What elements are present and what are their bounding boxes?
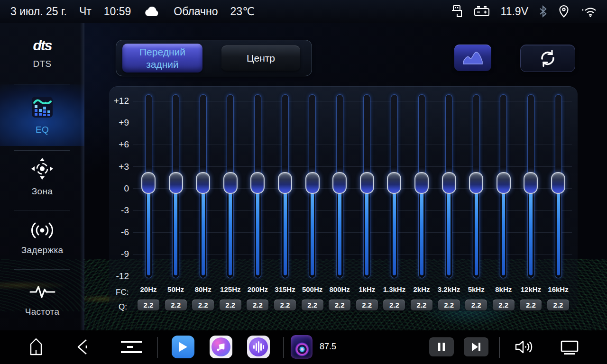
- eq-band-q-button[interactable]: 2.2: [356, 300, 378, 310]
- eq-band-q-button[interactable]: 2.2: [465, 300, 487, 310]
- status-weather: Облачно: [174, 5, 218, 18]
- main-content: Передний задний Центр: [84, 23, 607, 330]
- eq-slider-knob[interactable]: [551, 172, 565, 194]
- eq-band-slider[interactable]: [551, 86, 565, 282]
- bottom-bar-divider: [499, 337, 500, 358]
- dts-logo-icon: dts: [33, 37, 52, 54]
- eq-slider-knob[interactable]: [497, 172, 511, 194]
- eq-slider-fill: [420, 193, 423, 275]
- eq-band-q-button[interactable]: 2.2: [411, 300, 432, 310]
- sidebar-item-delay[interactable]: Задержка: [0, 207, 84, 269]
- sidebar-item-label: Задержка: [21, 245, 64, 255]
- eq-band-slider[interactable]: [141, 86, 156, 282]
- reset-button[interactable]: [520, 45, 575, 72]
- eq-slider-fill: [147, 193, 150, 275]
- eq-slider-knob[interactable]: [141, 172, 156, 194]
- eq-band-slider[interactable]: [414, 86, 429, 282]
- eq-band-frequency: 5kHz: [460, 285, 492, 293]
- bluetooth-icon: [539, 5, 547, 18]
- home-button[interactable]: [28, 337, 45, 357]
- radio-frequency-label: 87.5: [320, 342, 336, 352]
- eq-slider-knob[interactable]: [414, 172, 429, 194]
- eq-band-slider[interactable]: [387, 86, 401, 282]
- delay-signal-icon: [28, 221, 56, 240]
- eq-slider-fill: [202, 193, 205, 275]
- eq-band-slider[interactable]: [196, 86, 210, 282]
- eq-band-q-button[interactable]: 2.2: [138, 300, 159, 310]
- eq-scale-label: -3: [109, 205, 129, 216]
- eq-slider-knob[interactable]: [469, 172, 483, 194]
- eq-band-slider[interactable]: [442, 86, 456, 282]
- head-unit-screen: 3 июл. 25 г. Чт 10:59 Облачно 23℃: [0, 0, 607, 364]
- eq-band-slider[interactable]: [524, 86, 538, 282]
- eq-band-q-button[interactable]: 2.2: [493, 300, 515, 310]
- reset-icon: [538, 48, 558, 68]
- eq-slider-knob[interactable]: [250, 172, 265, 194]
- menu-button[interactable]: [120, 340, 143, 354]
- eq-band-slider[interactable]: [278, 86, 292, 282]
- eq-slider-knob[interactable]: [442, 172, 456, 194]
- eq-slider-knob[interactable]: [278, 172, 292, 194]
- sidebar-item-zone[interactable]: Зона: [0, 146, 84, 208]
- eq-band-slider[interactable]: [250, 86, 265, 282]
- eq-band-slider[interactable]: [497, 86, 511, 282]
- eq-curve-preset-button[interactable]: [454, 45, 491, 71]
- bottom-bar: 87.5: [0, 330, 607, 364]
- eq-band-frequency: 80Hz: [187, 285, 219, 293]
- eq-band-q-button[interactable]: 2.2: [547, 300, 569, 310]
- video-player-app-icon[interactable]: [172, 336, 194, 358]
- eq-band-q-button[interactable]: 2.2: [329, 300, 350, 310]
- eq-scale-label: 0: [109, 183, 129, 194]
- next-track-button[interactable]: [464, 337, 488, 356]
- back-button[interactable]: [75, 338, 89, 355]
- tab-center[interactable]: Центр: [221, 46, 300, 71]
- eq-band-slider[interactable]: [305, 86, 320, 282]
- sidebar: dts DTS: [0, 23, 84, 330]
- eq-band-slider[interactable]: [332, 86, 347, 282]
- eq-slider-knob[interactable]: [332, 172, 347, 194]
- tab-front-rear[interactable]: Передний задний: [122, 44, 202, 73]
- volume-button[interactable]: [514, 338, 533, 355]
- eq-slider-fill: [475, 193, 478, 275]
- eq-band-q-button[interactable]: 2.2: [520, 300, 542, 310]
- voice-app-icon[interactable]: [247, 336, 270, 358]
- eq-slider-knob[interactable]: [223, 172, 238, 194]
- screen-off-button[interactable]: [560, 340, 579, 355]
- music-app-icon[interactable]: [210, 336, 232, 358]
- eq-band-slider[interactable]: [223, 86, 238, 282]
- tab-front-rear-line1: Передний: [139, 46, 185, 58]
- equalizer-icon: [29, 95, 55, 119]
- eq-slider-fill: [229, 193, 232, 275]
- eq-band-slider[interactable]: [360, 86, 374, 282]
- eq-slider-knob[interactable]: [360, 172, 374, 194]
- eq-band-q-button[interactable]: 2.2: [274, 300, 296, 310]
- eq-band-q-button[interactable]: 2.2: [192, 300, 214, 310]
- eq-slider-knob[interactable]: [387, 172, 401, 194]
- sidebar-item-frequency[interactable]: Частота: [0, 269, 84, 330]
- eq-slider-knob[interactable]: [524, 172, 538, 194]
- eq-scale-label: -9: [109, 249, 129, 259]
- eq-band-q-button[interactable]: 2.2: [247, 300, 268, 310]
- pause-button[interactable]: [429, 337, 454, 356]
- eq-scale-label: +12: [109, 96, 129, 106]
- eq-band-frequency: 16kHz: [543, 285, 574, 293]
- eq-band-q-button[interactable]: 2.2: [220, 300, 241, 310]
- eq-slider-knob[interactable]: [169, 172, 183, 194]
- eq-band-q-button[interactable]: 2.2: [165, 300, 187, 310]
- eq-band-slider[interactable]: [469, 86, 483, 282]
- bottom-bar-divider: [283, 337, 284, 358]
- sidebar-item-eq[interactable]: EQ: [0, 84, 84, 146]
- eq-band-q-button[interactable]: 2.2: [302, 300, 323, 310]
- eq-slider-knob[interactable]: [196, 172, 210, 194]
- sidebar-item-dts[interactable]: dts DTS: [0, 23, 84, 84]
- location-icon: [558, 4, 570, 18]
- eq-slider-fill: [393, 193, 396, 275]
- eq-band-frequency: 3.2kHz: [433, 285, 465, 293]
- radio-app-icon[interactable]: [291, 335, 313, 359]
- eq-band-slider[interactable]: [169, 86, 183, 282]
- sidebar-item-label: EQ: [36, 125, 49, 135]
- eq-slider-fill: [174, 193, 177, 275]
- eq-band-q-button[interactable]: 2.2: [438, 300, 460, 310]
- eq-slider-knob[interactable]: [305, 172, 320, 194]
- eq-band-q-button[interactable]: 2.2: [383, 300, 405, 310]
